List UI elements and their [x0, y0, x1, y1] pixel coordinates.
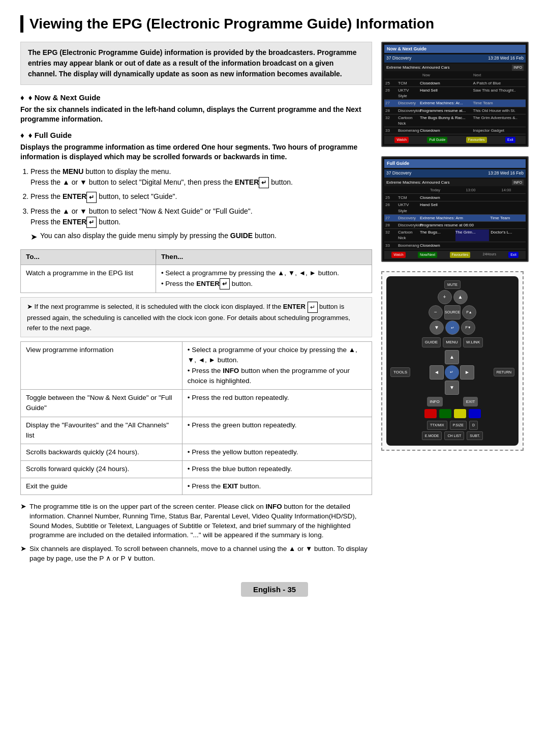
return-button[interactable]: RETURN [494, 368, 514, 377]
table-cell-then-1: • Select a programme by pressing the ▲, … [156, 265, 372, 293]
exit-btn-epg1[interactable]: Exit [505, 137, 515, 143]
remote-top-row: MUTE + ▲ − SOURCE P▲ [390, 280, 514, 335]
favourites-btn[interactable]: Favourites [466, 137, 487, 143]
step-3: Press the ▲ or ▼ button to select "Now &… [30, 206, 372, 243]
table-cell-to-favs: Display the "Favourites" and the "All Ch… [21, 417, 182, 444]
exit-button[interactable]: EXIT [463, 397, 478, 406]
wlink-button[interactable]: W.LINK [463, 337, 483, 347]
epg-full-bottom-bar: Watch Now/Next Favourites 24Hours Exit [384, 251, 526, 259]
epg-full-ch-33: 33 Boomerang Closedown [384, 242, 526, 249]
epg-ch-row-26: 26 UKTV Style Hand Sell Saw This and Tho… [384, 87, 526, 100]
epg-full-info-row: 37 Discovery 13:28 Wed 16 Feb [384, 169, 526, 178]
remote-mid-row: − SOURCE P▲ [429, 305, 476, 319]
yellow-button[interactable] [454, 409, 466, 418]
dpad-empty-tr [460, 350, 474, 364]
remote-control: MUTE + ▲ − SOURCE P▲ [386, 276, 518, 446]
epg-full-ch-25: 25 TCM Closedown [384, 194, 526, 201]
p-size-button[interactable]: P.SIZE [450, 421, 467, 430]
ch-list-button[interactable]: CH LIST [444, 431, 464, 441]
page-footer: English - 35 [20, 580, 529, 599]
epg-full-highlight-ch: 37 Discovery [386, 170, 411, 177]
watch-btn-2[interactable]: Watch [391, 252, 406, 258]
volume-up-button[interactable]: + [438, 290, 452, 304]
epg-now-next-title-bar: Now & Next Guide [384, 45, 526, 53]
intro-box: The EPG (Electronic Programme Guide) inf… [20, 42, 372, 85]
dpad-up[interactable]: ▲ [445, 350, 459, 364]
footer-note-1: ➤ The programme title is on the upper pa… [20, 502, 372, 541]
footer-note-2: ➤ Six channels are displayed. To scroll … [20, 544, 372, 564]
now-next-btn[interactable]: Now/Next [418, 252, 437, 258]
footer-note-1-text: The programme title is on the upper part… [29, 502, 372, 541]
dpad-enter[interactable]: ↵ [445, 365, 459, 380]
table-cell-then-exit: • Press the EXIT button. [182, 478, 372, 495]
channel-up-p[interactable]: P▲ [462, 305, 476, 319]
channel-enter[interactable]: ↵ [445, 321, 460, 335]
table-cell-then-fwd: • Press the blue button repeatedly. [182, 461, 372, 478]
tools-button[interactable]: TOOLS [390, 367, 410, 377]
mute-button[interactable]: MUTE [444, 280, 461, 289]
table-row: Scrolls backwards quickly (24 hours). • … [21, 444, 372, 461]
table-row: Display the "Favourites" and the "All Ch… [21, 417, 372, 444]
remote-gmw-row: GUIDE MENU W.LINK [390, 337, 514, 347]
d-pad: ▲ ◄ ↵ ► ▼ [430, 350, 474, 395]
remote-control-container: MUTE + ▲ − SOURCE P▲ [381, 271, 524, 451]
dpad-down[interactable]: ▼ [445, 381, 459, 395]
enter-symbol: ↵ [259, 177, 269, 188]
watch-btn[interactable]: Watch [394, 137, 409, 143]
d-button[interactable]: D [469, 421, 478, 430]
diamond-icon-2: ♦ [20, 131, 24, 139]
table-cell-then-back: • Press the yellow button repeatedly. [182, 444, 372, 461]
source-button[interactable]: SOURCE [444, 305, 461, 319]
epg-actions-table: To... Then... Watch a programme in the E… [20, 249, 372, 293]
table-cell-to-exit: Exit the guide [21, 478, 182, 495]
table-row: View programme information • Select a pr… [21, 342, 372, 390]
scheduling-note: ➤ If the next programme is selected, it … [20, 297, 372, 337]
epg-actions-table-2: View programme information • Select a pr… [20, 341, 372, 495]
green-button[interactable] [439, 409, 451, 418]
subt-button[interactable]: SUBT. [467, 431, 483, 441]
dpad-left[interactable]: ◄ [430, 365, 444, 380]
channel-down-p[interactable]: P▼ [461, 321, 475, 335]
ttx-mix-button[interactable]: TTX/MIX [427, 421, 447, 430]
down-arrow-button[interactable]: ▼ [430, 321, 444, 335]
page-title: Viewing the EPG (Electronic Programme Gu… [20, 15, 529, 33]
favourites-btn-2[interactable]: Favourites [450, 252, 471, 258]
e-mode-button[interactable]: E.MODE [422, 431, 442, 441]
guide-button[interactable]: GUIDE [422, 337, 441, 347]
epg-full-title-bar: Full Guide [384, 159, 526, 168]
remote-emode-row: E.MODE CH LIST SUBT. [390, 431, 514, 441]
table-row: Watch a programme in the EPG list • Sele… [21, 265, 372, 293]
red-button[interactable] [424, 409, 437, 418]
full-guide-desc: Displays the programme information as ti… [20, 142, 372, 162]
epg-col-headers: Now Next [384, 72, 526, 79]
tip-arrow-icon: ➤ [30, 231, 37, 243]
dpad-right[interactable]: ► [460, 365, 474, 380]
remote-mute-section: MUTE + ▲ − SOURCE P▲ [429, 280, 476, 335]
epg-time: 13:28 Wed 16 Feb [488, 55, 524, 62]
table-row: Toggle between the "Now & Next Guide" or… [21, 390, 372, 417]
enter-symbol-note: ↵ [308, 302, 318, 313]
info-button[interactable]: INFO [427, 397, 443, 406]
epg-ch-row-25: 25 TCM Closedown A Patch of Blue [384, 80, 526, 87]
table-row: Exit the guide • Press the EXIT button. [21, 478, 372, 495]
epg-ch-row-32: 32 Cartoon Nick The Bugs Bunny & Rac... … [384, 114, 526, 127]
up-arrow-button[interactable]: ▲ [453, 290, 468, 304]
full-guide-btn[interactable]: Full Guide [427, 137, 447, 143]
enter-symbol-t1: ↵ [220, 278, 230, 289]
table-cell-then-toggle: • Press the red button repeatedly. [182, 390, 372, 417]
menu-button[interactable]: MENU [443, 337, 461, 347]
epg-now-next-screen: Now & Next Guide 37 Discovery 13:28 Wed … [381, 42, 529, 147]
table-cell-then-favs: • Press the green button repeatedly. [182, 417, 372, 444]
right-column: Now & Next Guide 37 Discovery 13:28 Wed … [381, 42, 529, 568]
epg-full-ch-32: 32 Cartoon Nick The Bugs... The Grim... … [384, 229, 526, 242]
left-column: The EPG (Electronic Programme Guide) inf… [20, 42, 372, 568]
epg-highlight-ch: 37 Discovery [386, 55, 411, 62]
section-now-next: ♦ ♦ Now & Next Guide For the six channel… [20, 92, 372, 125]
epg-full-ch-27: 27 Discovery Extreme Machines: Arm Time … [384, 215, 526, 222]
exit-btn-epg2[interactable]: Exit [508, 252, 518, 258]
remote-low-row: ▼ ↵ P▼ [430, 321, 475, 335]
blue-button[interactable] [469, 409, 481, 418]
epg-full-col-headers: Today 13:00 14:00 [384, 187, 526, 194]
24hours-label: 24Hours [482, 252, 496, 258]
volume-down-button[interactable]: − [429, 305, 443, 319]
